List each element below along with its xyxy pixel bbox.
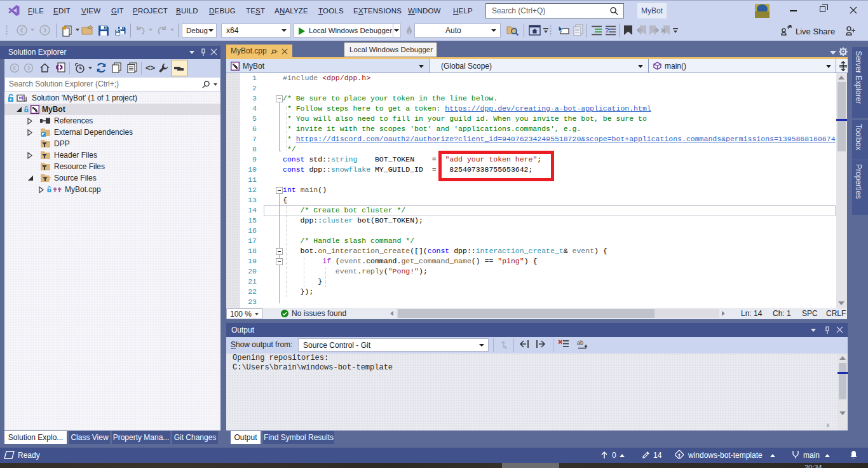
svg-text:ab: ab xyxy=(577,340,583,346)
svg-text:?: ? xyxy=(605,27,609,34)
